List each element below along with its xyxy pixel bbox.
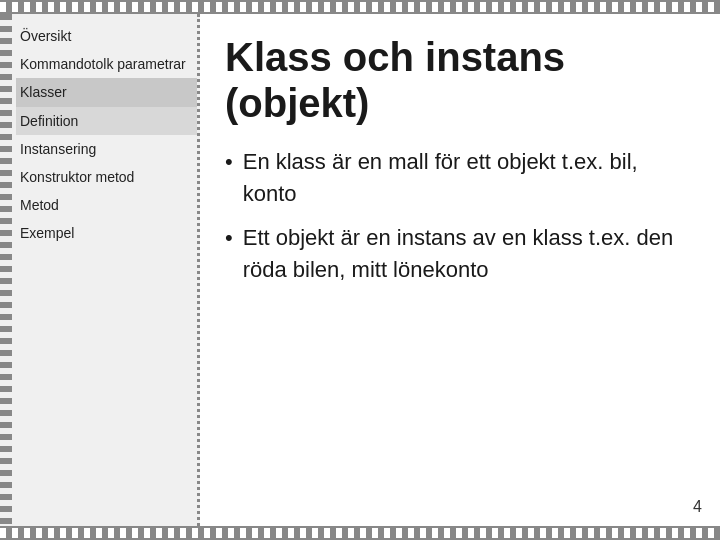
sidebar-item-metod[interactable]: Metod (16, 191, 197, 219)
sidebar-content: ÖversiktKommandotolk parametrarKlasserDe… (0, 14, 197, 248)
page-number: 4 (693, 498, 702, 516)
sidebar-item-definition[interactable]: Definition (16, 107, 197, 135)
bullet-list: En klass är en mall för ett objekt t.ex.… (225, 146, 690, 298)
sidebar-item-konstruktor-metod[interactable]: Konstruktor metod (16, 163, 197, 191)
sidebar-item-kommandotolk-parametrar[interactable]: Kommandotolk parametrar (16, 50, 197, 78)
top-border (0, 0, 720, 14)
sidebar-item-exempel[interactable]: Exempel (16, 219, 197, 247)
main-layout: ÖversiktKommandotolk parametrarKlasserDe… (0, 14, 720, 526)
bullet-text-2: Ett objekt är en instans av en klass t.e… (243, 222, 690, 286)
sidebar-item-klasser[interactable]: Klasser (16, 78, 197, 106)
sidebar-item-oversikt[interactable]: Översikt (16, 22, 197, 50)
bullet-item-2: Ett objekt är en instans av en klass t.e… (225, 222, 690, 286)
slide-title: Klass och instans (objekt) (225, 34, 690, 126)
bottom-border (0, 526, 720, 540)
bullet-item-1: En klass är en mall för ett objekt t.ex.… (225, 146, 690, 210)
content-area: Klass och instans (objekt) En klass är e… (200, 14, 720, 526)
bullet-text-1: En klass är en mall för ett objekt t.ex.… (243, 146, 690, 210)
sidebar: ÖversiktKommandotolk parametrarKlasserDe… (0, 14, 200, 526)
sidebar-item-instansering[interactable]: Instansering (16, 135, 197, 163)
